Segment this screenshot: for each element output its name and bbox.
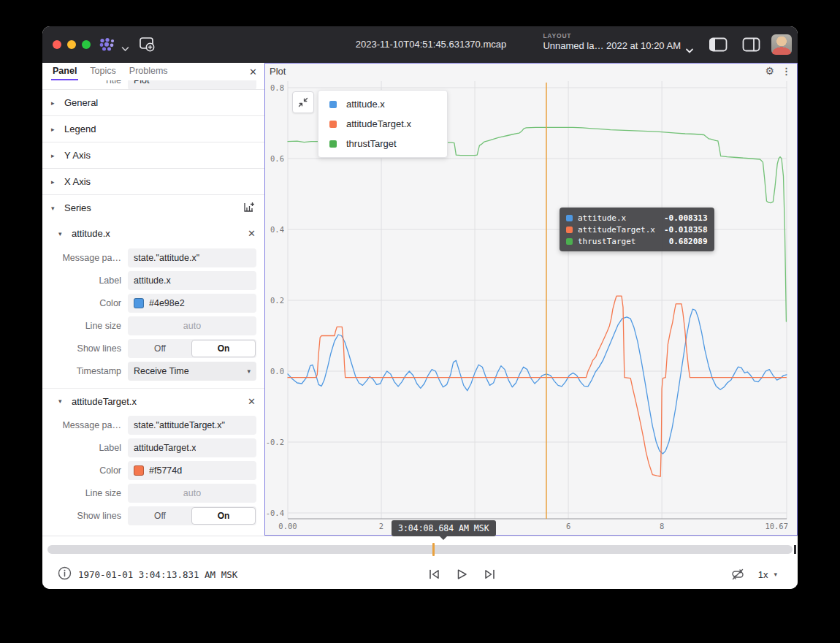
window-minimize-button[interactable] <box>67 40 76 49</box>
title-field-label: Title <box>42 80 128 85</box>
line-size-input[interactable]: auto <box>128 484 256 503</box>
tab-problems[interactable]: Problems <box>128 66 169 80</box>
message-path-input[interactable]: state."attitude.x" <box>128 248 256 267</box>
label-input[interactable]: attitudeTarget.x <box>128 438 256 457</box>
show-lines-on-button[interactable]: On <box>191 340 256 357</box>
svg-text:0.8: 0.8 <box>270 83 284 92</box>
series-color-swatch <box>329 140 337 148</box>
series-color-swatch <box>329 101 337 108</box>
color-field-label: Color <box>42 465 128 476</box>
sidebar-tabbar: Panel Topics Problems ✕ <box>42 63 264 80</box>
data-source-title: 2023-11-10T04:51:45.631370.mcap <box>356 39 506 50</box>
window-close-button[interactable] <box>53 40 61 49</box>
panel-settings-gear-icon[interactable]: ⚙ <box>765 66 774 76</box>
tooltip-row: thrustTarget 0.682089 <box>566 235 708 247</box>
series-header-attitude-x[interactable]: ▾ attitude.x ✕ <box>42 221 264 246</box>
title-field-input[interactable]: Plot <box>128 80 256 89</box>
play-button[interactable] <box>457 568 467 580</box>
legend-item-attitude-target-x[interactable]: attitudeTarget.x <box>318 114 447 134</box>
svg-text:0.6: 0.6 <box>270 154 284 163</box>
sidebar-scroll-area[interactable]: Title Plot ▸ General ▸ Legend ▸ Y Axis <box>42 80 264 536</box>
line-size-input[interactable]: auto <box>128 316 256 335</box>
show-lines-off-button[interactable]: Off <box>129 507 191 525</box>
app-menu-chevron-icon[interactable] <box>121 42 129 55</box>
loop-off-icon[interactable] <box>730 568 745 581</box>
svg-text:-0.2: -0.2 <box>266 438 284 446</box>
tab-panel[interactable]: Panel <box>51 66 78 80</box>
timestamp-select[interactable]: Receive Time ▾ <box>128 362 256 381</box>
add-series-icon[interactable] <box>243 202 255 216</box>
seek-forward-button[interactable] <box>484 568 496 580</box>
caret-down-icon: ▾ <box>51 205 61 212</box>
tab-topics[interactable]: Topics <box>88 66 117 80</box>
svg-text:6: 6 <box>566 522 570 530</box>
section-general[interactable]: ▸ General <box>42 89 264 115</box>
field-row: Message pa… state."attitude.x" <box>42 246 264 269</box>
timestamp-label: Timestamp <box>42 366 128 376</box>
show-lines-toggle: Off On <box>128 506 256 525</box>
tooltip-value: -0.008313 <box>664 213 708 223</box>
legend-collapse-button[interactable] <box>292 91 314 113</box>
field-row: Label attitudeTarget.x <box>42 436 264 459</box>
section-y-axis[interactable]: ▸ Y Axis <box>42 142 264 168</box>
svg-text:10.67: 10.67 <box>765 522 788 530</box>
caret-right-icon: ▸ <box>51 99 61 107</box>
line-size-label: Line size <box>42 488 128 498</box>
color-swatch[interactable] <box>134 298 144 308</box>
window-zoom-button[interactable] <box>82 40 91 49</box>
show-lines-label: Show lines <box>42 343 128 354</box>
foxglove-logo-icon[interactable] <box>98 37 117 55</box>
timeline-scrubber[interactable] <box>47 545 793 554</box>
svg-text:0.0: 0.0 <box>270 367 284 376</box>
color-swatch[interactable] <box>134 465 144 476</box>
tooltip-row: attitude.x -0.008313 <box>566 212 708 224</box>
app-window: 2023-11-10T04:51:45.631370.mcap LAYOUT U… <box>42 26 798 589</box>
show-lines-toggle: Off On <box>128 339 256 358</box>
section-x-axis[interactable]: ▸ X Axis <box>42 168 264 194</box>
right-sidebar-toggle-icon[interactable] <box>742 37 760 55</box>
legend-item-attitude-x[interactable]: attitude.x <box>318 94 447 114</box>
show-lines-off-button[interactable]: Off <box>129 340 191 357</box>
caret-right-icon: ▸ <box>51 126 61 133</box>
seek-backward-button[interactable] <box>428 568 440 580</box>
svg-text:2: 2 <box>379 522 383 530</box>
series-color-swatch <box>566 227 573 233</box>
svg-text:0.00: 0.00 <box>278 522 297 530</box>
sidebar-close-icon[interactable]: ✕ <box>249 66 257 77</box>
scrubber-playhead[interactable] <box>432 543 435 556</box>
series-header-attitude-target-x[interactable]: ▾ attitudeTarget.x ✕ <box>42 388 264 414</box>
message-path-input[interactable]: state."attitudeTarget.x" <box>128 416 256 435</box>
add-panel-icon[interactable] <box>139 37 156 56</box>
tooltip-value: 0.682089 <box>669 237 708 246</box>
plot-panel[interactable]: Plot ⚙ ⋮ 0.80.60.40.20.0-0.2-0.40.002468… <box>264 63 798 536</box>
layout-name: Unnamed la… 2022 at 10:20 AM <box>543 40 681 51</box>
chevron-down-icon: ▾ <box>774 571 777 578</box>
playback-speed-select[interactable]: 1x ▾ <box>758 569 777 580</box>
layout-chevron-icon[interactable] <box>685 44 694 57</box>
panel-menu-kebab-icon[interactable]: ⋮ <box>782 66 791 76</box>
section-series[interactable]: ▾ Series <box>42 194 264 221</box>
recording-info-icon[interactable] <box>58 566 72 583</box>
plot-panel-header[interactable]: Plot ⚙ ⋮ <box>265 64 797 78</box>
svg-text:-0.4: -0.4 <box>266 509 284 517</box>
color-input[interactable]: #f5774d <box>128 461 256 480</box>
section-legend[interactable]: ▸ Legend <box>42 115 264 142</box>
label-input[interactable]: attitude.x <box>128 271 256 290</box>
title-field-row-clipped: Title Plot <box>42 80 264 89</box>
color-input[interactable]: #4e98e2 <box>128 294 256 313</box>
caret-right-icon: ▸ <box>51 178 61 186</box>
user-avatar[interactable] <box>771 34 792 55</box>
left-sidebar-toggle-icon[interactable] <box>709 37 728 55</box>
remove-series-icon[interactable]: ✕ <box>248 396 256 407</box>
field-row: Message pa… state."attitudeTarget.x" <box>42 414 264 436</box>
field-row: Timestamp Receive Time ▾ <box>42 359 264 382</box>
field-row: Line size auto <box>42 482 264 504</box>
message-path-label: Message pa… <box>42 253 128 263</box>
message-path-label: Message pa… <box>42 420 128 430</box>
layout-menu[interactable]: LAYOUT Unnamed la… 2022 at 10:20 AM <box>543 32 681 51</box>
remove-series-icon[interactable]: ✕ <box>248 228 256 239</box>
show-lines-on-button[interactable]: On <box>191 507 256 525</box>
legend-item-thrust-target[interactable]: thrustTarget <box>318 134 447 153</box>
series-color-swatch <box>566 215 573 221</box>
chart-hover-tooltip: attitude.x -0.008313 attitudeTarget.x -0… <box>560 208 714 251</box>
